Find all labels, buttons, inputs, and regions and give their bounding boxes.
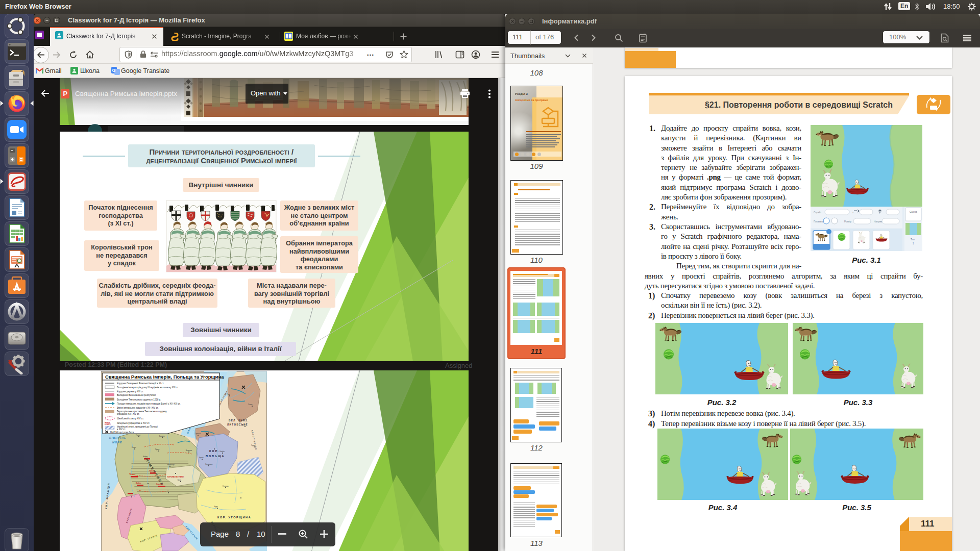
svg-text:КОРОЛІВСТВО ЧЕХІЯ: КОРОЛІВСТВО ЧЕХІЯ [167,476,184,478]
svg-text:Вроцлав: Вроцлав [186,449,192,452]
svg-text:КОМПІ: КОМПІ [105,423,111,425]
svg-text:ПОЛЬЩА: ПОЛЬЩА [206,455,225,458]
svg-text:Сандомир: Сандомир [205,463,213,465]
svg-text:Кордони держав у XIII ст.: Кордони держав у XIII ст. [117,390,143,393]
svg-text:Кордони Священної Римської імп: Кордони Священної Римської імперії в XI … [117,382,164,385]
svg-text:Рига: Рига [227,393,230,395]
svg-text:Зміни імперських кордонів у XI: Зміни імперських кордонів у XII–XIV ст. [117,407,158,409]
svg-text:1242 Місця і роки битв: 1242 Місця і роки битв [110,431,134,434]
svg-text:впродовж XIII–XIV ст.: впродовж XIII–XIV ст. [117,413,139,415]
svg-text:Ужгород: Ужгород [223,485,229,487]
svg-text:Імперські курфюрства в XIV ст.: Імперські курфюрства в XIV ст. [117,422,150,424]
svg-text:Краків: Краків [199,457,204,459]
svg-text:Кельн.: Кельн. [130,473,135,475]
svg-text:Майнц.: Майнц. [136,482,141,484]
svg-text:Спрайт: Спрайт [814,211,821,214]
svg-text:Прага: Прага [155,448,160,450]
svg-text:Псков: Псков [248,404,253,406]
svg-text:КОР.: КОР. [209,449,219,453]
svg-text:Люблін: Люблін [219,450,225,453]
svg-text:Нюрнберг: Нюрнберг [167,464,175,466]
svg-text:Володіння імператорів дому Шта: Володіння імператорів дому Штауфенів на … [117,386,179,389]
svg-text:Бремен: Бремен [159,435,165,437]
svg-text:Майнц: Майнц [143,456,148,458]
svg-text:КОР. УГОРЩИНА: КОР. УГОРЩИНА [217,516,251,519]
svg-text:Священна Римська імперія, Поль: Священна Римська імперія, Польща та Угор… [105,374,224,380]
svg-text:в XIV ст.: в XIV ст. [117,428,126,431]
svg-text:Швабський союз у XIV ст.: Швабський союз у XIV ст. [117,417,144,420]
svg-text:ЛИТОВСЬКЕ: ЛИТОВСЬКЕ [227,423,248,426]
svg-text:Сцена: Сцена [910,210,917,213]
svg-text:ПІВНІЧНЕ: ПІВНІЧНЕ [109,436,127,439]
svg-text:Тло: Тло [911,238,915,241]
svg-text:Гданськ: Гданськ [195,433,201,435]
svg-text:Брно: Брно [178,479,181,481]
svg-text:Утрехт: Утрехт [136,434,141,436]
svg-text:МОРЕ: МОРЕ [112,441,122,444]
svg-text:Розмір: Розмір [844,220,851,223]
svg-text:Володіння Тевтонського ордену: Володіння Тевтонського ордену в 1228 р. [117,398,161,401]
svg-text:Напрям: Напрям [874,220,882,223]
svg-text:ВЕЛ. КНЯЗ.: ВЕЛ. КНЯЗ. [229,419,249,422]
svg-text:Володіння Венеціанської респуб: Володіння Венеціанської республіки [117,394,156,396]
svg-text:Кельн: Кельн [132,446,136,448]
svg-text:Показати: Показати [814,220,824,223]
svg-text:Буда: Буда [214,506,218,508]
svg-text:Походи німецьких лицарів проти: Походи німецьких лицарів проти народів Б… [117,403,181,405]
